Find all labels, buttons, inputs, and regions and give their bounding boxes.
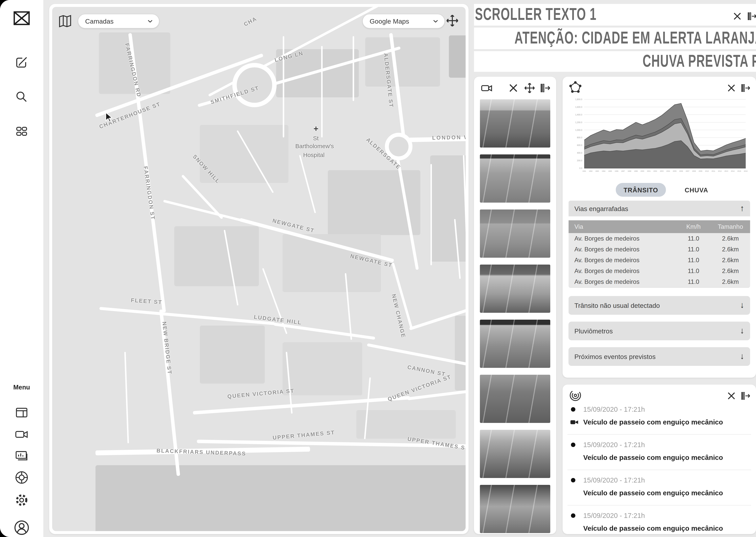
- camera-thumbnail-highway-evening[interactable]: [480, 375, 551, 423]
- svg-text:2011: 2011: [712, 170, 715, 172]
- dashboard-icon[interactable]: [14, 405, 29, 420]
- event-date: 15/09/2020 - 17:21h: [583, 512, 645, 519]
- move-pan-icon[interactable]: [523, 82, 536, 95]
- street-segment: [274, 323, 375, 340]
- search-icon[interactable]: [14, 90, 29, 104]
- profile-icon[interactable]: [13, 519, 30, 536]
- event-description: Veículo de passeio com enguiço mecânico: [583, 418, 723, 426]
- collapse-right-icon[interactable]: [740, 391, 752, 401]
- table-cell: Av. Borges de medeiros: [569, 235, 677, 242]
- close-icon[interactable]: [732, 11, 743, 21]
- street-segment: [163, 200, 245, 222]
- street-segment: [430, 164, 432, 265]
- app-logo-icon: [10, 9, 33, 27]
- camera-thumbnail-highway-heavy-traffic[interactable]: [480, 99, 551, 147]
- accordion-2[interactable]: Pluviômetros↓: [569, 322, 750, 340]
- accordion-label: Trânsito não usual detectado: [574, 302, 660, 309]
- apps-grid-icon[interactable]: [14, 124, 29, 139]
- app: Menu CHAFARRINGDON RDCHARTERHOUSE STLONG…: [0, 0, 756, 537]
- table-cell: 2.6km: [711, 257, 750, 264]
- help-buoy-icon[interactable]: [14, 470, 29, 485]
- map-fold-icon[interactable]: [57, 14, 72, 28]
- table-cell: Av. Borges de medeiros: [569, 257, 677, 264]
- camera-thumbnail-highway-cloudy[interactable]: [480, 430, 551, 478]
- insights-panel: 0.0200.0400.0600.0800.01,000.01,200.01,4…: [563, 77, 756, 378]
- collapse-right-icon[interactable]: [539, 82, 551, 94]
- camera-thumbnail-road-junction[interactable]: [480, 210, 551, 258]
- video-camera-icon[interactable]: [480, 82, 493, 95]
- edit-icon[interactable]: [14, 55, 29, 70]
- camera-thumbnail-highway-two-carriageways[interactable]: [480, 154, 551, 203]
- table-cell: Av. Borges de medeiros: [569, 268, 677, 274]
- map-block: [455, 316, 466, 391]
- svg-text:2013: 2013: [725, 170, 728, 172]
- accordion-label: Pluviômetros: [574, 327, 613, 335]
- svg-text:1992: 1992: [589, 170, 593, 172]
- network-pentagon-icon: [569, 81, 582, 95]
- svg-text:1993: 1993: [595, 170, 599, 172]
- close-icon[interactable]: [726, 83, 737, 94]
- map-label: CANNON ST: [407, 364, 446, 377]
- table-row: Av. Borges de medeiros11.02.6km: [569, 233, 750, 244]
- map-block: [283, 342, 362, 395]
- table-cell: 11.0: [676, 235, 711, 242]
- accordion-1[interactable]: Trânsito não usual detectado↓: [569, 296, 750, 315]
- camera-thumbnail-highway-overview[interactable]: [480, 320, 551, 368]
- event-description: Veículo de passeio com enguiço mecânico: [583, 489, 723, 497]
- collapse-right-icon[interactable]: [746, 11, 756, 21]
- table-cell: 11.0: [676, 246, 711, 253]
- map-label: UPPER THAMES ST: [273, 429, 335, 441]
- arrow-down-icon: ↓: [740, 352, 744, 361]
- close-icon[interactable]: [726, 391, 737, 401]
- move-pan-icon[interactable]: [445, 13, 460, 28]
- map-canvas[interactable]: CHAFARRINGDON RDCHARTERHOUSE STLONG LNSM…: [52, 7, 466, 531]
- settings-gear-icon[interactable]: [14, 493, 29, 508]
- banner-text-3: CHUVA PREVISTA PARA: [643, 51, 756, 71]
- svg-text:1991: 1991: [582, 170, 586, 172]
- map-rotunda: [232, 63, 277, 107]
- arrow-up-icon: ↑: [740, 204, 744, 213]
- tab-chuva[interactable]: CHUVA: [681, 183, 712, 197]
- vias-column-header: Km/h: [676, 223, 711, 230]
- svg-text:2004: 2004: [666, 170, 670, 172]
- svg-text:1999: 1999: [634, 170, 638, 172]
- camera-thumbnail-road-hillside[interactable]: [480, 485, 551, 533]
- collapse-right-icon[interactable]: [740, 83, 752, 94]
- svg-text:200.0: 200.0: [577, 159, 582, 162]
- table-cell: Av. Borges de medeiros: [569, 246, 677, 253]
- event-date: 15/09/2020 - 17:21h: [583, 441, 645, 448]
- accordion-label: Próximos eventos previstos: [574, 353, 656, 360]
- map-block: [356, 410, 456, 439]
- svg-text:1,600.0: 1,600.0: [575, 106, 582, 108]
- tab-transito[interactable]: TRÂNSITO: [616, 183, 666, 197]
- vias-section-header[interactable]: Vias engarrafadas ↑: [569, 201, 750, 216]
- cameras-panel: [474, 77, 556, 534]
- close-icon[interactable]: [508, 82, 519, 94]
- accordion-3[interactable]: Próximos eventos previstos↓: [569, 347, 750, 366]
- vias-column-header: Tamanho: [711, 223, 750, 230]
- menu-label: Menu: [0, 384, 43, 391]
- stacked-area-chart: 0.0200.0400.0600.0800.01,000.01,200.01,4…: [569, 95, 750, 179]
- video-camera-icon[interactable]: [14, 427, 29, 441]
- event-bullet: [571, 478, 575, 482]
- event-date: 15/09/2020 - 17:21h: [583, 476, 645, 484]
- table-cell: 11.0: [676, 278, 711, 285]
- event-bullet: [571, 514, 575, 518]
- report-board-icon[interactable]: [14, 448, 29, 463]
- map-label: QUEEN VICTORIA ST: [227, 388, 295, 399]
- camera-thumbnail-bridge-congestion[interactable]: [480, 265, 551, 313]
- banner-text-1: SCROLLER TEXTO 1: [475, 4, 597, 24]
- video-camera-icon: [569, 419, 579, 427]
- basemap-select[interactable]: Google Maps: [362, 14, 445, 28]
- event-bullet: [571, 407, 575, 412]
- map-label: Bartholomew's: [295, 143, 334, 149]
- layers-select[interactable]: Camadas: [78, 14, 159, 28]
- svg-text:1,400.0: 1,400.0: [575, 113, 582, 116]
- svg-text:1994: 1994: [601, 170, 605, 172]
- table-cell: 2.6km: [711, 278, 750, 285]
- svg-text:2002: 2002: [653, 170, 657, 172]
- chevron-down-icon: [146, 17, 154, 25]
- map-label: CHA: [243, 15, 258, 27]
- svg-text:2006: 2006: [679, 170, 683, 172]
- svg-text:2008: 2008: [692, 170, 696, 172]
